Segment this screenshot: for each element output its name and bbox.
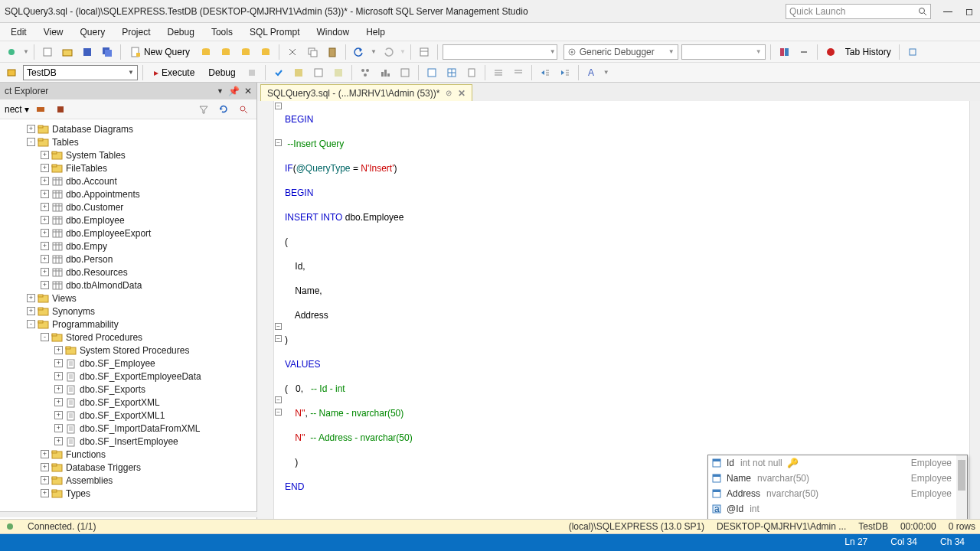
save-all-button[interactable] — [99, 44, 116, 60]
client-stats-button[interactable] — [397, 64, 413, 81]
expand-icon[interactable]: + — [54, 398, 63, 406]
expand-icon[interactable]: + — [41, 164, 49, 172]
expand-icon[interactable]: + — [27, 307, 35, 315]
expand-icon[interactable]: + — [41, 281, 49, 289]
query-options-button[interactable] — [310, 64, 327, 81]
nav-back-button[interactable] — [3, 44, 20, 60]
new-query-button[interactable]: New Query — [126, 44, 194, 60]
disconnect-button[interactable] — [32, 101, 49, 118]
expand-icon[interactable]: + — [27, 125, 35, 133]
tree-node[interactable]: +FileTables — [0, 161, 256, 174]
tree-node[interactable]: +Database Triggers — [0, 461, 256, 474]
expand-icon[interactable]: + — [41, 229, 49, 237]
expand-icon[interactable]: + — [41, 489, 49, 497]
menu-project[interactable]: Project — [114, 24, 158, 40]
increase-indent-button[interactable] — [557, 64, 573, 81]
tab-history-icon[interactable] — [822, 44, 839, 60]
tree-node[interactable]: +Synonyms — [0, 305, 256, 318]
comment-button[interactable] — [490, 64, 507, 81]
paste-button[interactable] — [324, 44, 341, 60]
minimize-button[interactable]: — — [942, 6, 954, 17]
expand-icon[interactable]: + — [54, 359, 63, 367]
editor-scrollbar[interactable] — [969, 101, 980, 536]
db-query-button-1[interactable] — [198, 44, 214, 60]
tab-history-label[interactable]: Tab History — [842, 47, 894, 57]
expand-icon[interactable]: + — [41, 450, 49, 458]
tree-node[interactable]: +dbo.Employee — [0, 214, 256, 227]
intellisense-item[interactable]: a@Idint — [708, 501, 967, 517]
menu-window[interactable]: Window — [309, 24, 358, 40]
tree-node[interactable]: +dbo.SF_Employee — [0, 357, 256, 370]
expand-icon[interactable]: + — [27, 294, 35, 302]
expand-icon[interactable]: + — [41, 242, 49, 250]
toggle-button[interactable] — [795, 44, 812, 60]
tree-node[interactable]: +dbo.Resources — [0, 266, 256, 279]
uncomment-button[interactable] — [510, 64, 527, 81]
code-editor[interactable]: − − − − − − BEGIN --Insert Query IF(@Que… — [257, 101, 980, 536]
menu-debug[interactable]: Debug — [160, 24, 202, 40]
pin-tab-icon[interactable]: ⊘ — [446, 89, 452, 97]
refresh-button[interactable] — [215, 101, 232, 118]
tree-node[interactable]: +Database Diagrams — [0, 122, 256, 135]
properties-button[interactable] — [416, 44, 433, 60]
results-grid-button[interactable] — [443, 64, 460, 81]
menu-edit[interactable]: Edit — [3, 24, 34, 40]
expand-icon[interactable]: + — [54, 424, 63, 432]
menu-query[interactable]: Query — [72, 24, 113, 40]
expand-icon[interactable]: + — [41, 216, 49, 224]
tree-node[interactable]: +dbo.Account — [0, 174, 256, 187]
intellisense-item[interactable]: Namenvarchar(50)Employee — [708, 471, 967, 486]
connect-button[interactable]: nect ▾ — [5, 104, 29, 115]
cut-button[interactable] — [284, 44, 301, 60]
tree-node[interactable]: +dbo.SF_InsertEmployee — [0, 435, 256, 448]
intellisense-item[interactable]: Addressnvarchar(50)Employee — [708, 486, 967, 501]
expand-icon[interactable]: + — [41, 203, 49, 211]
fold-marker[interactable]: − — [275, 139, 282, 146]
stop-button[interactable] — [52, 101, 69, 118]
tree-node[interactable]: +Views — [0, 292, 256, 305]
live-stats-button[interactable] — [377, 64, 394, 81]
expand-icon[interactable]: + — [54, 411, 63, 419]
expand-icon[interactable]: + — [41, 255, 49, 263]
expand-icon[interactable]: + — [54, 372, 63, 380]
tree-node[interactable]: +dbo.Empy — [0, 240, 256, 253]
expand-icon[interactable]: - — [27, 138, 35, 146]
target-combo[interactable]: ▼ — [681, 44, 766, 60]
expand-icon[interactable]: + — [54, 437, 63, 445]
editor-tab[interactable]: SQLQuery3.sql - (...MJRHV1\Admin (53))* … — [260, 84, 472, 101]
expand-icon[interactable]: + — [54, 346, 63, 354]
tree-node[interactable]: +dbo.Customer — [0, 201, 256, 214]
db-query-button-4[interactable] — [257, 44, 274, 60]
tree-node[interactable]: +dbo.tbAlmondData — [0, 279, 256, 292]
copy-button[interactable] — [304, 44, 321, 60]
dropdown-arrow-icon[interactable]: ▼ — [371, 48, 377, 55]
expand-icon[interactable]: + — [41, 177, 49, 185]
expand-icon[interactable]: + — [54, 385, 63, 393]
expand-icon[interactable]: + — [41, 151, 49, 159]
search-button[interactable] — [235, 101, 252, 118]
fold-marker[interactable]: − — [275, 335, 282, 342]
solution-config-combo[interactable] — [443, 44, 557, 60]
fold-marker[interactable]: − — [275, 103, 282, 109]
fold-marker[interactable]: − — [275, 323, 282, 330]
expand-icon[interactable]: - — [27, 320, 35, 328]
tree-node[interactable]: -Programmability — [0, 318, 256, 331]
stop-button[interactable] — [243, 64, 260, 81]
menu-sqlprompt[interactable]: SQL Prompt — [242, 24, 308, 40]
scrollbar-thumb[interactable] — [958, 460, 965, 491]
quick-launch-input[interactable]: Quick Launch — [786, 4, 931, 19]
actual-plan-button[interactable] — [357, 64, 374, 81]
results-text-button[interactable] — [423, 64, 440, 81]
tree-node[interactable]: +dbo.SF_ExportXML — [0, 396, 256, 409]
menu-tools[interactable]: Tools — [204, 24, 240, 40]
expand-icon[interactable]: + — [41, 268, 49, 276]
fold-marker[interactable]: − — [275, 396, 282, 403]
tree-node[interactable]: +Assemblies — [0, 474, 256, 487]
new-project-button[interactable] — [39, 44, 56, 60]
dropdown-arrow-icon[interactable]: ▼ — [603, 69, 609, 76]
db-query-button-3[interactable] — [237, 44, 254, 60]
tree-node[interactable]: +dbo.EmployeeExport — [0, 227, 256, 240]
expand-icon[interactable]: + — [41, 190, 49, 198]
expand-icon[interactable]: + — [41, 463, 49, 471]
tree-node[interactable]: -Tables — [0, 135, 256, 148]
